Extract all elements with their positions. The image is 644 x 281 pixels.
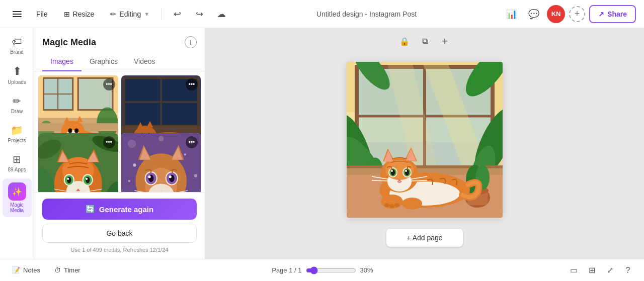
view-mode-grid-button[interactable]: ⊞ — [584, 262, 600, 278]
svg-point-88 — [169, 175, 171, 178]
canvas-scroll-area[interactable]: + Add page — [205, 54, 644, 259]
add-page-label: + Add page — [407, 234, 442, 242]
sidebar-item-apps[interactable]: ⊞ 89 Apps — [3, 149, 32, 176]
hamburger-icon — [11, 9, 24, 19]
hamburger-menu-button[interactable] — [8, 5, 26, 23]
svg-point-145 — [384, 203, 389, 207]
svg-point-147 — [394, 203, 399, 207]
panel-info-button[interactable]: i — [185, 36, 197, 48]
notes-button[interactable]: 📝 Notes — [8, 264, 44, 276]
canvas-card[interactable] — [347, 62, 503, 218]
svg-line-142 — [409, 180, 427, 181]
generate-label: Generate again — [99, 205, 153, 214]
top-navigation: File ⊞ Resize ✏ Editing ▼ ↩ ↪ ☁ Untitled… — [0, 0, 644, 28]
image-menu-button-3[interactable]: ••• — [103, 136, 115, 148]
bottom-bar-right: ▭ ⊞ ⤢ ? — [566, 262, 636, 278]
redo-button[interactable]: ↪ — [190, 5, 208, 23]
comments-icon: 💬 — [528, 9, 539, 20]
tab-graphics-label: Graphics — [90, 57, 118, 65]
sidebar-uploads-label: Uploads — [8, 79, 26, 85]
tab-graphics[interactable]: Graphics — [82, 52, 126, 71]
sidebar-projects-label: Projects — [8, 138, 26, 143]
sidebar-item-draw[interactable]: ✏ Draw — [3, 91, 32, 118]
sidebar-brand-label: Brand — [10, 49, 24, 55]
nav-right-section: 📊 💬 KN + ↗ Share — [503, 5, 636, 23]
resize-button[interactable]: ⊞ Resize — [58, 7, 101, 21]
help-button[interactable]: ? — [620, 262, 636, 278]
sidebar-item-brand[interactable]: 🏷 Brand — [3, 32, 32, 59]
document-title: Untitled design - Instagram Post — [234, 10, 499, 18]
svg-point-146 — [389, 204, 394, 208]
panel-tabs: Images Graphics Videos — [34, 52, 205, 71]
add-page-bar: + Add page — [381, 224, 467, 252]
svg-rect-26 — [121, 126, 201, 134]
image-menu-button-4[interactable]: ••• — [186, 136, 198, 148]
generate-again-button[interactable]: 🔄 Generate again — [42, 199, 197, 220]
add-icon: + — [442, 36, 448, 47]
copy-icon: ⧉ — [422, 37, 428, 46]
tab-images-label: Images — [50, 57, 73, 65]
svg-point-19 — [75, 130, 77, 132]
lock-icon: 🔒 — [399, 37, 410, 46]
fullscreen-button[interactable]: ⤢ — [602, 262, 618, 278]
editing-button[interactable]: ✏ Editing ▼ — [104, 7, 155, 21]
sidebar-item-uploads[interactable]: ⬆ Uploads — [3, 61, 32, 89]
image-item-4[interactable]: ••• — [121, 133, 201, 192]
svg-point-55 — [67, 177, 71, 183]
editing-label: Editing — [119, 10, 141, 18]
tab-videos[interactable]: Videos — [126, 52, 164, 71]
apps-icon: ⊞ — [13, 153, 21, 165]
panel-title: Magic Media — [42, 37, 96, 48]
share-label: Share — [607, 10, 627, 18]
nav-divider-1 — [162, 8, 162, 20]
canvas-area: 🔒 ⧉ + — [205, 28, 644, 259]
tab-videos-label: Videos — [134, 57, 155, 65]
main-area: 🏷 Brand ⬆ Uploads ✏ Draw 📁 Projects ⊞ 89… — [0, 28, 644, 259]
notes-label: Notes — [23, 266, 40, 274]
timer-button[interactable]: ⏱ Timer — [50, 264, 85, 276]
cloud-icon: ☁ — [217, 9, 226, 20]
sidebar-item-magic-media[interactable]: ✨ Magic Media — [3, 178, 32, 217]
user-avatar[interactable]: KN — [547, 5, 565, 23]
share-button[interactable]: ↗ Share — [589, 5, 636, 23]
editing-chevron-icon: ▼ — [144, 11, 149, 17]
projects-icon: 📁 — [11, 124, 23, 136]
tab-images[interactable]: Images — [42, 52, 82, 71]
sidebar-item-projects[interactable]: 📁 Projects — [3, 120, 32, 147]
undo-button[interactable]: ↩ — [168, 5, 186, 23]
view-mode-single-button[interactable]: ▭ — [566, 262, 582, 278]
magic-media-panel: Magic Media i Images Graphics Videos — [34, 28, 205, 259]
file-label: File — [36, 10, 48, 18]
single-view-icon: ▭ — [570, 265, 578, 275]
svg-point-18 — [69, 130, 71, 132]
zoom-percentage: 30% — [360, 266, 378, 274]
svg-point-87 — [148, 175, 150, 178]
cloud-save-button[interactable]: ☁ — [212, 5, 230, 23]
sidebar-draw-label: Draw — [11, 109, 23, 114]
share-icon: ↗ — [598, 10, 604, 18]
analytics-button[interactable]: 📊 — [503, 5, 521, 23]
svg-point-136 — [391, 170, 393, 172]
add-page-button[interactable]: + Add page — [386, 229, 462, 247]
image-menu-button-1[interactable]: ••• — [103, 78, 115, 90]
comments-button[interactable]: 💬 — [525, 5, 543, 23]
image-menu-button-2[interactable]: ••• — [186, 78, 198, 90]
lock-button[interactable]: 🔒 — [396, 33, 413, 49]
add-element-button[interactable]: + — [437, 33, 453, 49]
image-item-3[interactable]: ••• — [38, 133, 118, 192]
brand-icon: 🏷 — [12, 36, 22, 48]
info-icon: i — [190, 39, 192, 46]
add-account-button[interactable]: + — [569, 6, 585, 22]
go-back-button[interactable]: Go back — [42, 224, 197, 243]
go-back-label: Go back — [106, 229, 132, 237]
copy-button[interactable]: ⧉ — [417, 33, 433, 49]
svg-point-70 — [133, 163, 136, 166]
svg-point-72 — [194, 174, 197, 177]
svg-line-140 — [372, 180, 390, 181]
redo-icon: ↪ — [196, 9, 203, 20]
file-menu-button[interactable]: File — [30, 7, 54, 21]
svg-point-65 — [127, 140, 136, 148]
zoom-slider[interactable] — [306, 266, 356, 274]
help-icon: ? — [626, 266, 630, 275]
resize-icon: ⊞ — [64, 10, 70, 18]
